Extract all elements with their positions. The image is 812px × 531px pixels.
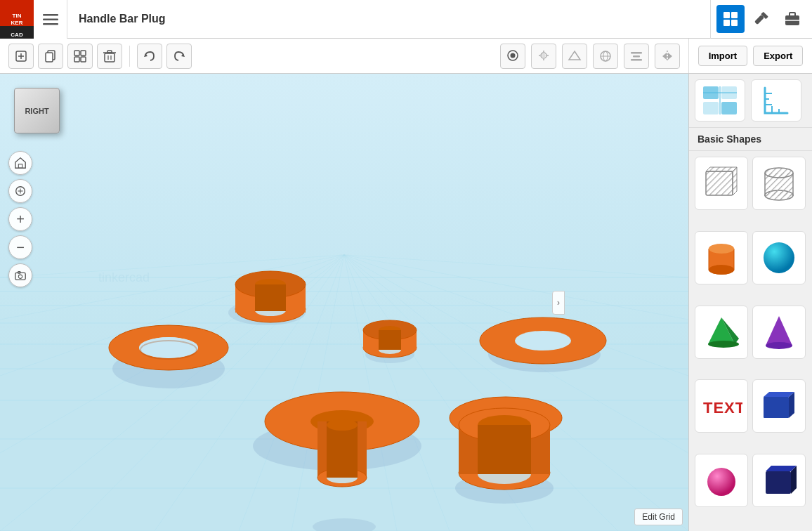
- svg-rect-21: [105, 53, 114, 62]
- svg-marker-27: [181, 53, 185, 57]
- cylinder-tall-right: [459, 408, 550, 490]
- svg-point-152: [764, 242, 794, 273]
- topbar-right: [710, 0, 812, 39]
- light-view-button[interactable]: [531, 44, 556, 69]
- box-striped-1-icon: [702, 166, 740, 201]
- svg-rect-116: [478, 425, 531, 474]
- svg-marker-156: [766, 316, 792, 346]
- shape-text[interactable]: TEXT: [695, 379, 748, 433]
- svg-marker-26: [144, 53, 148, 57]
- redo-icon: [172, 49, 186, 63]
- svg-rect-127: [703, 102, 719, 114]
- grid-view-icon: [723, 11, 738, 27]
- shape-box-striped-1[interactable]: [695, 157, 748, 210]
- fit-view-button[interactable]: [8, 179, 32, 203]
- new-design-button[interactable]: [8, 44, 34, 69]
- panel-collapse-button[interactable]: ›: [552, 291, 565, 315]
- delete-button[interactable]: [97, 44, 122, 69]
- toolbar-row: Import Export: [0, 39, 812, 74]
- logo[interactable]: TINKER CAD: [0, 0, 34, 39]
- svg-marker-45: [668, 53, 672, 60]
- svg-point-150: [709, 265, 734, 275]
- svg-point-101: [515, 331, 571, 350]
- align-button[interactable]: [624, 44, 649, 69]
- comment-view-button[interactable]: [500, 44, 525, 69]
- torus-medium-top: [235, 271, 306, 322]
- cube-face-right: RIGHT: [14, 88, 60, 133]
- cylinder-striped-icon: [760, 166, 798, 201]
- grid-view-button[interactable]: [716, 5, 745, 33]
- menu-icon: [43, 14, 58, 25]
- view-toolbar: [500, 44, 680, 69]
- pyramid-green-icon: [702, 313, 740, 351]
- zoom-in-button[interactable]: +: [8, 207, 32, 231]
- shape-sphere-pink[interactable]: [695, 454, 748, 507]
- fit-icon: [14, 185, 27, 197]
- export-button[interactable]: Export: [753, 46, 803, 66]
- svg-point-157: [766, 342, 792, 349]
- mirror-icon: [660, 49, 674, 63]
- undo-icon: [143, 49, 157, 63]
- shape-sphere-teal[interactable]: [752, 231, 806, 284]
- grid-panel-tab[interactable]: [695, 79, 745, 122]
- svg-point-151: [709, 244, 734, 254]
- mirror-button[interactable]: [655, 44, 680, 69]
- import-export-panel: Import Export: [688, 39, 812, 73]
- svg-rect-16: [46, 53, 53, 62]
- svg-rect-159: [764, 397, 789, 418]
- menu-button[interactable]: [34, 0, 67, 39]
- torus-small-center: [363, 320, 417, 358]
- view-cube[interactable]: RIGHT: [14, 88, 63, 137]
- undo-button[interactable]: [137, 44, 162, 69]
- zoom-out-button[interactable]: −: [8, 235, 32, 259]
- solid-icon: [568, 49, 582, 63]
- redo-button[interactable]: [166, 44, 192, 69]
- box-dark-icon: [760, 461, 798, 499]
- shape-cone-purple[interactable]: [752, 306, 806, 359]
- svg-rect-40: [631, 52, 642, 54]
- hammer-icon-btn[interactable]: [747, 5, 775, 33]
- briefcase-icon-btn[interactable]: [778, 5, 806, 33]
- svg-rect-128: [721, 102, 737, 114]
- solid-view-button[interactable]: [562, 44, 587, 69]
- shape-pyramid-green[interactable]: [695, 306, 748, 359]
- svg-rect-18: [81, 51, 86, 55]
- right-panel: Basic Shapes: [688, 74, 812, 531]
- svg-marker-117: [15, 158, 25, 168]
- edit-grid-button[interactable]: Edit Grid: [634, 509, 683, 525]
- cylinder-orange-icon: [702, 239, 740, 277]
- svg-marker-139: [706, 167, 737, 171]
- paste-button[interactable]: [67, 44, 93, 69]
- wireframe-view-button[interactable]: [593, 44, 618, 69]
- svg-point-31: [542, 53, 546, 57]
- svg-rect-0: [43, 14, 58, 16]
- copy-button[interactable]: [38, 44, 63, 69]
- shape-box-blue[interactable]: [752, 379, 806, 433]
- grid-tab-icon: [702, 85, 738, 116]
- 3d-viewport[interactable]: tinkercad: [0, 74, 688, 531]
- import-button[interactable]: Import: [698, 46, 747, 66]
- copy-icon: [44, 49, 58, 63]
- help-view-button[interactable]: [8, 263, 32, 287]
- svg-text:TEXT: TEXT: [703, 399, 742, 417]
- svg-rect-1: [43, 18, 58, 20]
- shape-box-dark[interactable]: [752, 454, 806, 507]
- ruler-panel-tab[interactable]: [751, 79, 801, 122]
- svg-point-145: [765, 168, 793, 178]
- sphere-teal-icon: [760, 239, 798, 277]
- delete-icon: [103, 49, 117, 63]
- svg-rect-42: [631, 59, 642, 61]
- toolbar-sep-1: [129, 46, 130, 67]
- shape-cylinder-striped[interactable]: [752, 157, 806, 210]
- left-controls: + −: [8, 151, 32, 287]
- paste-icon: [73, 49, 87, 63]
- shape-cylinder-orange[interactable]: [695, 231, 748, 284]
- svg-rect-93: [255, 284, 286, 311]
- svg-marker-138: [733, 167, 737, 195]
- svg-point-29: [511, 53, 516, 58]
- home-icon: [14, 157, 27, 169]
- sphere-pink-icon: [702, 461, 740, 499]
- mushroom-large: [265, 392, 419, 487]
- panel-tabs: [689, 74, 812, 128]
- home-view-button[interactable]: [8, 151, 32, 175]
